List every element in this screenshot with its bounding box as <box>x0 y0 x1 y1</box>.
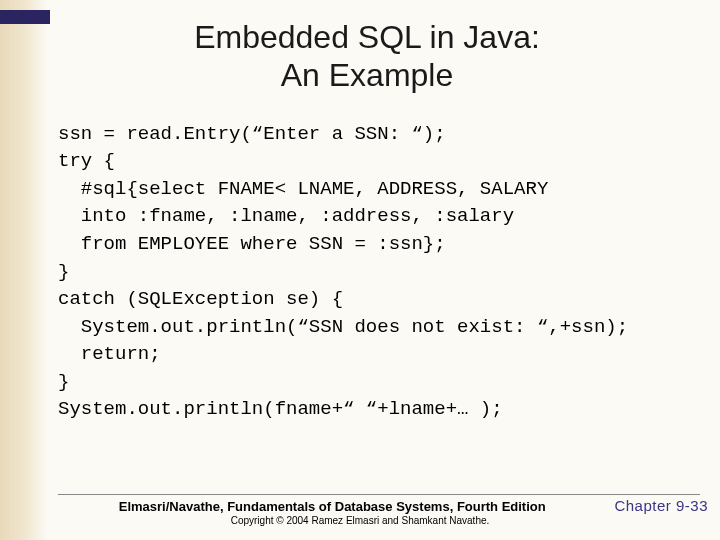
title-line-1: Embedded SQL in Java: <box>194 19 540 55</box>
slide-footer: Elmasri/Navathe, Fundamentals of Databas… <box>0 494 720 526</box>
footer-chapter: Chapter 9-33 <box>606 497 708 514</box>
footer-row: Elmasri/Navathe, Fundamentals of Databas… <box>0 497 720 514</box>
code-block: ssn = read.Entry(“Enter a SSN: “); try {… <box>58 121 676 424</box>
footer-book-title: Elmasri/Navathe, Fundamentals of Databas… <box>58 499 606 514</box>
slide-content: Embedded SQL in Java: An Example ssn = r… <box>0 0 720 540</box>
footer-divider <box>58 494 700 495</box>
footer-copyright: Copyright © 2004 Ramez Elmasri and Shamk… <box>0 515 720 526</box>
slide-title: Embedded SQL in Java: An Example <box>58 18 676 95</box>
title-line-2: An Example <box>281 57 454 93</box>
